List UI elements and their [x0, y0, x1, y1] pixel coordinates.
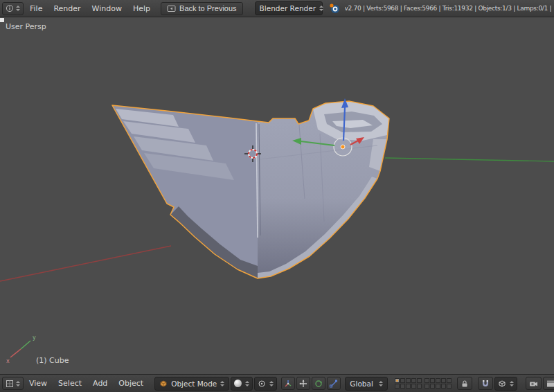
- layer-toggle[interactable]: [395, 384, 400, 389]
- menu-viewport-view[interactable]: View: [24, 379, 53, 388]
- info-editor-icon: [6, 4, 14, 12]
- info-header: File Render Window Help Back to Previous…: [0, 0, 554, 17]
- shading-sphere-icon: [234, 380, 242, 387]
- view-name-label: User Persp: [6, 22, 46, 31]
- layer-toggle[interactable]: [417, 378, 422, 383]
- editor-type-button-3dview[interactable]: [2, 377, 24, 390]
- back-to-previous-button[interactable]: Back to Previous: [161, 2, 243, 15]
- dropdown-arrows-icon: [510, 381, 514, 386]
- menu-window[interactable]: Window: [87, 4, 127, 13]
- editor-switch-arrows: [16, 6, 20, 11]
- opengl-render-image-button[interactable]: [526, 377, 542, 390]
- blender-window: File Render Window Help Back to Previous…: [0, 0, 554, 392]
- interaction-mode-value: Object Mode: [171, 380, 217, 388]
- active-object-label: (1) Cube: [36, 356, 69, 365]
- opengl-render-animation-button[interactable]: [543, 377, 554, 390]
- back-to-previous-label: Back to Previous: [179, 4, 237, 12]
- layer-toggle[interactable]: [400, 384, 405, 389]
- top-menu-bar: File Render Window Help: [24, 4, 156, 13]
- layer-toggle[interactable]: [436, 384, 440, 389]
- object-origin-dot: [341, 145, 345, 149]
- snap-element-dropdown[interactable]: [494, 377, 517, 391]
- layer-toggle[interactable]: [406, 384, 411, 389]
- pivot-center-dropdown[interactable]: [254, 377, 277, 391]
- scale-icon: [330, 380, 338, 388]
- magnet-icon: [481, 380, 490, 388]
- menu-viewport-object[interactable]: Object: [113, 379, 149, 388]
- rotate-manipulator-button[interactable]: [312, 377, 325, 390]
- snap-toggle-button[interactable]: [478, 377, 493, 390]
- dropdown-arrows-icon: [245, 381, 249, 386]
- layer-toggle[interactable]: [406, 378, 411, 383]
- back-screen-icon: [167, 5, 176, 12]
- dropdown-arrows-icon: [269, 381, 274, 386]
- camera-icon: [529, 380, 538, 388]
- dropdown-arrows-icon: [220, 381, 224, 386]
- layer-toggle[interactable]: [417, 384, 422, 389]
- region-corner-widget[interactable]: [0, 18, 4, 22]
- interaction-mode-dropdown[interactable]: Object Mode: [154, 377, 229, 391]
- layer-toggle[interactable]: [441, 378, 446, 383]
- layer-toggle[interactable]: [400, 378, 405, 383]
- pivot-point-icon: [258, 380, 266, 388]
- transform-orientation-value: Global: [350, 380, 373, 388]
- object-mode-cube-icon: [159, 380, 168, 388]
- viewport-editor-icon: [6, 380, 14, 388]
- render-engine-value: Blender Render: [260, 4, 316, 12]
- manipulator-buttons: [281, 377, 341, 390]
- manipulator-axes-icon: [284, 380, 292, 388]
- scene-3d[interactable]: x y: [0, 17, 554, 374]
- translate-manipulator-button[interactable]: [296, 377, 310, 390]
- lock-icon: [461, 380, 469, 388]
- layer-toggle[interactable]: [411, 384, 416, 389]
- layers-group-1: [395, 378, 422, 389]
- gizmo-y-label: y: [33, 335, 36, 341]
- menu-viewport-select[interactable]: Select: [53, 379, 87, 388]
- dropdown-arrows-icon: [379, 381, 383, 386]
- layer-toggle[interactable]: [430, 384, 435, 389]
- layer-toggle[interactable]: [436, 378, 440, 383]
- layer-toggle[interactable]: [447, 378, 452, 383]
- scale-manipulator-button[interactable]: [327, 377, 341, 390]
- render-engine-dropdown[interactable]: Blender Render: [255, 1, 323, 15]
- translate-icon: [299, 380, 307, 388]
- snap-element-cube-icon: [498, 380, 506, 388]
- manipulator-toggle-button[interactable]: [281, 377, 295, 390]
- menu-render[interactable]: Render: [48, 4, 86, 13]
- rotate-icon: [314, 380, 323, 388]
- layers-group-2: [425, 378, 452, 389]
- layer-toggle[interactable]: [425, 378, 429, 383]
- layer-toggle[interactable]: [447, 384, 452, 389]
- viewport-shading-dropdown[interactable]: [231, 377, 253, 391]
- menu-viewport-add[interactable]: Add: [87, 379, 113, 388]
- layer-toggle[interactable]: [430, 378, 435, 383]
- menu-help[interactable]: Help: [127, 4, 156, 13]
- editor-type-button-info[interactable]: [2, 2, 24, 15]
- blender-logo: [329, 3, 341, 14]
- dropdown-arrows-icon: [319, 6, 323, 11]
- viewport-3d[interactable]: x y User Persp (1) Cube: [0, 17, 554, 374]
- layer-toggle[interactable]: [425, 384, 429, 389]
- lock-to-scene-button[interactable]: [457, 377, 472, 390]
- transform-orientation-dropdown[interactable]: Global: [345, 377, 388, 391]
- menu-file[interactable]: File: [24, 4, 48, 13]
- gizmo-x-label: x: [6, 358, 10, 364]
- editor-switch-arrows: [16, 381, 20, 386]
- clapperboard-icon: [546, 380, 554, 388]
- viewport-menu-bar: View Select Add Object: [24, 379, 149, 388]
- layer-toggle[interactable]: [411, 378, 416, 383]
- scene-statistics: v2.70 | Verts:5968 | Faces:5966 | Tris:1…: [345, 5, 552, 12]
- layers-widget: [395, 378, 452, 389]
- layer-toggle[interactable]: [441, 384, 446, 389]
- viewport-header: View Select Add Object Object Mode: [0, 374, 554, 392]
- layer-toggle[interactable]: [395, 378, 400, 383]
